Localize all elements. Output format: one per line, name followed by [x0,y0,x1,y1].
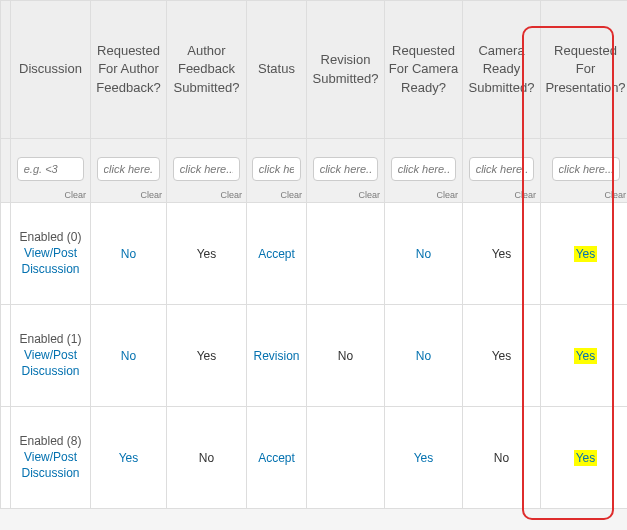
table-row: Enabled (1) View/Post Discussion No Yes … [1,305,628,407]
submissions-table: Discussion Requested For Author Feedback… [0,0,627,509]
header-req-author-feedback[interactable]: Requested For Author Feedback? [91,1,167,139]
filter-input-status[interactable] [252,157,302,181]
table-row: Enabled (0) View/Post Discussion No Yes … [1,203,628,305]
cell-req-pres: Yes [541,305,628,407]
cell-req-pres: Yes [541,407,628,509]
author-fb-sub-value: Yes [197,349,217,363]
cell-camera-sub: No [463,407,541,509]
filter-cell-req-pres: Clear [541,139,628,203]
clear-filter-rev-sub[interactable]: Clear [358,190,380,200]
cell-status: Accept [247,203,307,305]
cell-author-fb-sub: Yes [167,305,247,407]
cell-discussion: Enabled (0) View/Post Discussion [11,203,91,305]
header-row: Discussion Requested For Author Feedback… [1,1,628,139]
clear-filter-status[interactable]: Clear [280,190,302,200]
enabled-count: Enabled (1) [13,332,88,346]
status-value[interactable]: Accept [258,451,295,465]
req-pres-value[interactable]: Yes [574,450,598,466]
filter-input-req-author[interactable] [97,157,161,181]
clear-filter-req-camera[interactable]: Clear [436,190,458,200]
header-revision-submitted[interactable]: Revision Submitted? [307,1,385,139]
header-author-feedback-submitted[interactable]: Author Feedback Submitted? [167,1,247,139]
filter-stub-left [1,139,11,203]
cell-status: Revision [247,305,307,407]
status-value[interactable]: Accept [258,247,295,261]
author-fb-sub-value: Yes [197,247,217,261]
req-camera-value[interactable]: No [416,247,431,261]
camera-sub-value: No [494,451,509,465]
cell-req-camera: No [385,203,463,305]
enabled-count: Enabled (8) [13,434,88,448]
header-stub-left [1,1,11,139]
filter-cell-rev-sub: Clear [307,139,385,203]
cell-req-camera: No [385,305,463,407]
cell-rev-sub [307,203,385,305]
camera-sub-value: Yes [492,247,512,261]
cell-status: Accept [247,407,307,509]
rev-sub-value: No [338,349,353,363]
filter-cell-req-camera: Clear [385,139,463,203]
clear-filter-req-author[interactable]: Clear [140,190,162,200]
req-pres-value[interactable]: Yes [574,348,598,364]
author-fb-sub-value: No [199,451,214,465]
filter-cell-discussion: Clear [11,139,91,203]
clear-filter-camera-sub[interactable]: Clear [514,190,536,200]
filter-cell-author-fb: Clear [167,139,247,203]
filter-input-camera-sub[interactable] [469,157,535,181]
clear-filter-author-fb[interactable]: Clear [220,190,242,200]
header-discussion[interactable]: Discussion [11,1,91,139]
view-post-discussion-link[interactable]: View/Post Discussion [13,246,88,277]
status-value[interactable]: Revision [253,349,299,363]
filter-input-discussion[interactable] [17,157,85,181]
row-stub-left [1,305,11,407]
req-author-fb-value[interactable]: No [121,349,136,363]
cell-req-author-fb: No [91,305,167,407]
cell-rev-sub [307,407,385,509]
clear-filter-discussion[interactable]: Clear [64,190,86,200]
camera-sub-value: Yes [492,349,512,363]
cell-req-pres: Yes [541,203,628,305]
cell-camera-sub: Yes [463,203,541,305]
cell-camera-sub: Yes [463,305,541,407]
row-stub-left [1,203,11,305]
clear-filter-req-pres[interactable]: Clear [604,190,626,200]
cell-req-author-fb: Yes [91,407,167,509]
filter-row: Clear Clear Clear Clear Clear Clear [1,139,628,203]
table-row: Enabled (8) View/Post Discussion Yes No … [1,407,628,509]
req-author-fb-value[interactable]: No [121,247,136,261]
filter-cell-req-author: Clear [91,139,167,203]
header-status[interactable]: Status [247,1,307,139]
view-post-discussion-link[interactable]: View/Post Discussion [13,450,88,481]
req-pres-value[interactable]: Yes [574,246,598,262]
cell-author-fb-sub: No [167,407,247,509]
cell-req-camera: Yes [385,407,463,509]
filter-input-req-pres[interactable] [552,157,620,181]
row-stub-left [1,407,11,509]
cell-rev-sub: No [307,305,385,407]
enabled-count: Enabled (0) [13,230,88,244]
filter-input-rev-sub[interactable] [313,157,379,181]
req-author-fb-value[interactable]: Yes [119,451,139,465]
header-req-camera-ready[interactable]: Requested For Camera Ready? [385,1,463,139]
filter-cell-status: Clear [247,139,307,203]
view-post-discussion-link[interactable]: View/Post Discussion [13,348,88,379]
header-camera-ready-submitted[interactable]: Camera Ready Submitted? [463,1,541,139]
req-camera-value[interactable]: No [416,349,431,363]
cell-discussion: Enabled (8) View/Post Discussion [11,407,91,509]
cell-req-author-fb: No [91,203,167,305]
cell-discussion: Enabled (1) View/Post Discussion [11,305,91,407]
header-req-presentation[interactable]: Requested For Presentation? [541,1,628,139]
cell-author-fb-sub: Yes [167,203,247,305]
req-camera-value[interactable]: Yes [414,451,434,465]
filter-input-author-fb[interactable] [173,157,241,181]
filter-cell-camera-sub: Clear [463,139,541,203]
filter-input-req-camera[interactable] [391,157,457,181]
